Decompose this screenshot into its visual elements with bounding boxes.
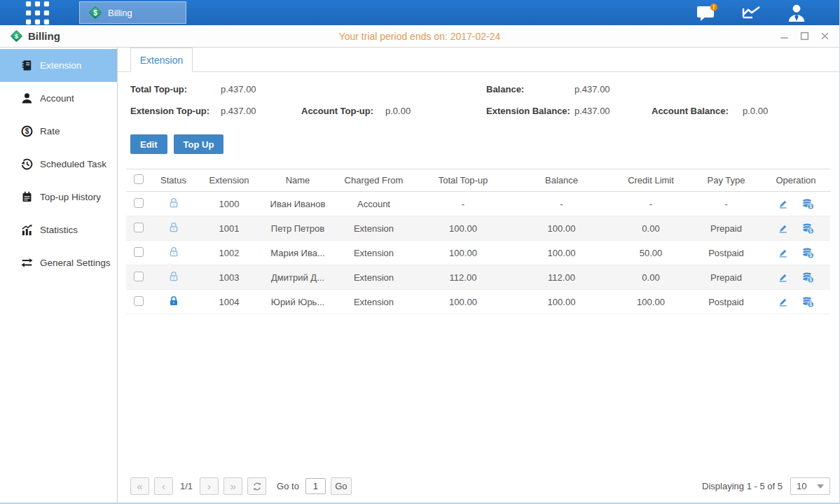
status-lock (151, 246, 196, 260)
cell-extension: 1002 (196, 248, 262, 258)
app-grid-icon[interactable] (25, 4, 50, 22)
extension-balance-label: Extension Balance: (486, 106, 574, 116)
table-header: Status Extension Name Charged From Total… (126, 169, 830, 192)
sidebar-item-label: Statistics (40, 225, 78, 235)
col-balance: Balance (512, 175, 611, 186)
row-checkbox[interactable] (134, 198, 144, 208)
bar-chart-arrow-icon (21, 224, 33, 236)
sidebar-item-extension[interactable]: Extension (0, 49, 117, 82)
sidebar-item-statistics[interactable]: Statistics (0, 214, 117, 246)
edit-pencil-icon[interactable] (778, 248, 788, 258)
extension-topup-value: p.437.00 (221, 106, 301, 116)
svg-text:$: $ (809, 277, 812, 283)
cell-balance: 112.00 (512, 272, 611, 283)
edit-pencil-icon[interactable] (778, 297, 788, 307)
go-button[interactable]: Go (331, 477, 352, 495)
dropdown-arrow-icon (817, 484, 824, 489)
next-page-button[interactable]: › (200, 477, 219, 495)
maximize-icon[interactable] (800, 31, 809, 41)
edit-pencil-icon[interactable] (778, 272, 788, 283)
cell-charged-from: Extension (333, 223, 414, 234)
col-pay-type: Pay Type (691, 175, 762, 186)
sidebar-item-label: General Settings (40, 258, 111, 268)
cell-name: Иван Иванов (262, 199, 333, 209)
cell-extension: 1000 (196, 199, 262, 209)
topup-coins-icon[interactable]: $ (801, 223, 814, 234)
svg-text:!: ! (713, 4, 715, 10)
topup-coins-icon[interactable]: $ (801, 247, 814, 259)
cell-total-topup: 100.00 (414, 223, 512, 234)
cell-name: Мария Ива... (262, 248, 333, 258)
edit-button[interactable]: Edit (130, 134, 167, 154)
table-row: 1004 Юрий Юрь... Extension 100.00 100.00… (126, 290, 830, 314)
first-page-button[interactable]: « (130, 477, 149, 495)
cell-balance: - (512, 199, 611, 209)
account-balance-label: Account Balance: (652, 106, 743, 116)
sidebar-item-rate[interactable]: $ Rate (0, 115, 117, 148)
cell-operation: $ (762, 198, 830, 210)
billing-diamond-icon: $ (88, 6, 102, 20)
notebook-icon (21, 191, 33, 203)
sidebar-item-topup-history[interactable]: Top-up History (0, 181, 117, 214)
cell-balance: 100.00 (512, 248, 611, 258)
cell-credit-limit: 50.00 (611, 248, 691, 258)
cell-pay-type: Postpaid (691, 297, 762, 307)
cell-total-topup: 112.00 (414, 272, 512, 283)
tab-extension[interactable]: Extension (130, 48, 193, 72)
billing-diamond-icon: $ (10, 29, 23, 43)
row-checkbox[interactable] (134, 223, 144, 232)
extension-balance-value: p.437.00 (574, 106, 652, 116)
goto-page-input[interactable] (305, 478, 326, 494)
last-page-button[interactable]: » (223, 477, 242, 495)
page-indicator: 1/1 (180, 481, 193, 491)
person-icon (21, 92, 33, 104)
extension-topup-label: Extension Top-up: (130, 106, 221, 116)
displaying-text: Displaying 1 - 5 of 5 (702, 481, 783, 491)
minimize-icon[interactable] (780, 31, 789, 41)
row-checkbox[interactable] (134, 272, 144, 281)
taskbar-tab-billing[interactable]: $ Billing (79, 1, 186, 24)
svg-text:$: $ (25, 127, 29, 135)
cell-pay-type: Postpaid (691, 248, 762, 258)
status-lock (151, 295, 196, 309)
row-checkbox[interactable] (134, 296, 144, 306)
sidebar-item-general-settings[interactable]: General Settings (0, 246, 117, 279)
trial-notice: Your trial period ends on: 2017-02-24 (0, 31, 839, 42)
history-clock-icon (21, 158, 33, 170)
sidebar-item-account[interactable]: Account (0, 82, 117, 115)
topup-coins-icon[interactable]: $ (801, 296, 814, 308)
table-row: 1001 Петр Петров Extension 100.00 100.00… (126, 216, 830, 241)
cell-name: Юрий Юрь... (262, 297, 333, 307)
user-icon[interactable] (785, 3, 808, 22)
taskbar-tab-label: Billing (108, 8, 132, 18)
svg-text:$: $ (809, 302, 812, 307)
cell-balance: 100.00 (512, 223, 611, 234)
status-lock (151, 222, 196, 235)
cell-name: Петр Петров (262, 223, 333, 234)
prev-page-button[interactable]: ‹ (154, 477, 173, 495)
top-up-button[interactable]: Top Up (174, 134, 224, 154)
col-charged-from: Charged From (333, 175, 414, 186)
lock-open-icon (168, 197, 179, 209)
cell-extension: 1003 (196, 272, 262, 283)
topup-coins-icon[interactable]: $ (801, 272, 814, 284)
chart-icon[interactable] (740, 3, 764, 22)
sidebar-item-label: Extension (40, 60, 81, 71)
row-checkbox[interactable] (134, 247, 144, 257)
goto-label: Go to (277, 481, 299, 491)
dollar-circle-icon: $ (21, 125, 33, 137)
cell-balance: 100.00 (512, 297, 611, 307)
extension-table: Status Extension Name Charged From Total… (126, 169, 830, 314)
close-icon[interactable] (820, 31, 829, 41)
sidebar-item-scheduled-task[interactable]: Scheduled Task (0, 148, 117, 181)
page-size-select[interactable]: 10 (790, 477, 830, 495)
edit-pencil-icon[interactable] (778, 199, 788, 209)
select-all-checkbox[interactable] (134, 174, 144, 184)
message-icon[interactable]: ! (695, 3, 719, 22)
cell-pay-type: - (691, 199, 762, 209)
topup-coins-icon[interactable]: $ (801, 198, 814, 210)
total-topup-label: Total Top-up: (130, 84, 221, 94)
edit-pencil-icon[interactable] (778, 223, 788, 234)
refresh-icon[interactable] (247, 477, 266, 495)
lock-open-icon (168, 271, 179, 282)
